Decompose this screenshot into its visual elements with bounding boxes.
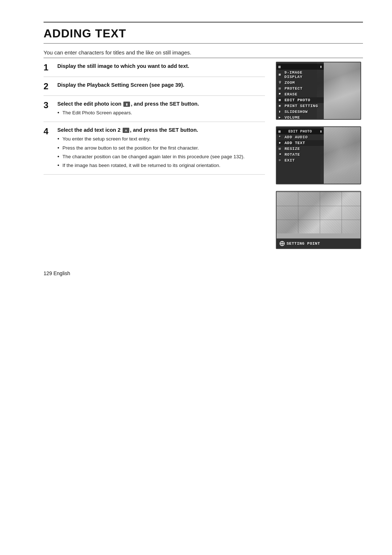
page-number: 129 English xyxy=(44,270,70,276)
add-text-icon: A xyxy=(123,128,129,133)
step-4: 4 Select the add text icon 2 A, and pres… xyxy=(44,122,265,175)
menu-icon-slideshow: ▮ xyxy=(279,110,283,114)
screen-1-mockup: ▩ ▮ ▩ 9-IMAGE DISPLAY ⚲ ZOOM ▤ PROTECT ■ xyxy=(276,62,361,120)
menu-label-protect: PROTECT xyxy=(285,86,303,91)
step-1-number: 1 xyxy=(44,62,54,73)
screen-3-bottombar: ⨁ SETTING POINT xyxy=(277,238,360,248)
setting-point-icon: ⨁ xyxy=(279,240,285,246)
menu-item-addtext: ◆ ADD TEXT xyxy=(277,140,324,146)
menu-item-volume: ▶ VOLUME xyxy=(277,115,324,120)
screen-1-topbar: ▩ ▮ xyxy=(277,64,324,70)
menu-label-editphoto: EDIT PHOTO xyxy=(285,98,310,102)
menu-icon-erase: ■ xyxy=(279,92,283,97)
screen-3-photo xyxy=(277,192,360,233)
menu-item-zoom: ⚲ ZOOM xyxy=(277,80,324,86)
menu-icon-volume: ▶ xyxy=(279,115,283,120)
screen-2-battery-icon: ▮ xyxy=(320,129,322,134)
menu-icon-exit: ⎋ xyxy=(279,158,283,163)
setting-point-label: SETTING POINT xyxy=(287,241,320,246)
menu-label-print: PRINT SETTING xyxy=(285,104,318,108)
step-3-content: Select the edit photo icon ▮, and press … xyxy=(57,100,265,118)
screen-2-photo xyxy=(320,127,360,184)
step-3: 3 Select the edit photo icon ▮, and pres… xyxy=(44,96,265,122)
menu-icon-print: ▣ xyxy=(279,104,283,108)
screen-2-title-label: EDIT PHOTO xyxy=(288,130,312,134)
title-rule xyxy=(44,43,363,44)
menu-label-addtext: ADD TEXT xyxy=(285,141,305,145)
menu-icon-editphoto: ▩ xyxy=(279,98,283,102)
step-1: 1 Display the still image to which you w… xyxy=(44,58,265,77)
menu-item-editphoto: ▩ EDIT PHOTO xyxy=(277,97,324,103)
menu-label-volume: VOLUME xyxy=(285,115,300,120)
footer: 129 English xyxy=(44,267,363,277)
step-4-content: Select the add text icon 2 A, and press … xyxy=(57,126,265,171)
screenshots-column: ▩ ▮ ▩ 9-IMAGE DISPLAY ⚲ ZOOM ▤ PROTECT ■ xyxy=(276,58,363,249)
screen-1-mode-icon: ▩ xyxy=(278,65,281,69)
step-1-title: Display the still image to which you wan… xyxy=(57,62,265,70)
menu-item-erase: ■ ERASE xyxy=(277,91,324,97)
menu-label-zoom: ZOOM xyxy=(285,81,295,85)
step-4-bullet-1: You enter the setup screen for text entr… xyxy=(57,135,265,143)
menu-item-addaudio: + ADD AUDIO xyxy=(277,134,324,140)
menu-item-rotate: ⚭ ROTATE xyxy=(277,152,324,158)
step-3-bullet-1: The Edit Photo Screen appears. xyxy=(57,109,265,117)
page-title: ADDING TEXT xyxy=(44,27,363,40)
step-4-bullet-4: If the image has been rotated, it will b… xyxy=(57,162,265,169)
menu-icon-9image: ▩ xyxy=(279,73,283,77)
menu-item-print: ▣ PRINT SETTING xyxy=(277,103,324,109)
screen-2-menu: ▩ EDIT PHOTO ▮ + ADD AUDIO ◆ ADD TEXT ▤ … xyxy=(277,127,324,184)
menu-label-addaudio: ADD AUDIO xyxy=(285,135,308,139)
menu-label-erase: ERASE xyxy=(285,92,298,97)
step-2-title: Display the Playback Setting Screen (see… xyxy=(57,81,265,89)
menu-label-exit: EXIT xyxy=(285,158,295,163)
screen-1-battery-icon: ▮ xyxy=(320,65,322,69)
screen-3-mockup: ⨁ SETTING POINT xyxy=(276,191,361,249)
intro-text: You can enter characters for titles and … xyxy=(44,49,363,56)
step-2: 2 Display the Playback Setting Screen (s… xyxy=(44,77,265,96)
screen-2-mockup: ▩ EDIT PHOTO ▮ + ADD AUDIO ◆ ADD TEXT ▤ … xyxy=(276,126,361,184)
menu-icon-zoom: ⚲ xyxy=(279,81,283,85)
step-4-bullets: You enter the setup screen for text entr… xyxy=(57,135,265,169)
step-4-title: Select the add text icon 2 A, and press … xyxy=(57,126,265,134)
menu-item-resize: ▤ RESIZE xyxy=(277,146,324,152)
menu-label-resize: RESIZE xyxy=(285,147,300,151)
screen-2-edit-icon: ▩ xyxy=(278,129,281,134)
menu-item-9image: ▩ 9-IMAGE DISPLAY xyxy=(277,70,324,80)
menu-icon-resize: ▤ xyxy=(279,147,283,151)
menu-item-exit: ⎋ EXIT xyxy=(277,158,324,163)
menu-item-protect: ▤ PROTECT xyxy=(277,86,324,91)
menu-item-slideshow: ▮ SLIDESHOW xyxy=(277,109,324,115)
menu-label-slideshow: SLIDESHOW xyxy=(285,110,308,114)
step-3-bullets: The Edit Photo Screen appears. xyxy=(57,109,265,117)
menu-label-9image: 9-IMAGE DISPLAY xyxy=(285,70,322,79)
step-3-number: 3 xyxy=(44,100,54,111)
menu-icon-protect: ▤ xyxy=(279,86,283,91)
screen-1-menu: ▩ ▮ ▩ 9-IMAGE DISPLAY ⚲ ZOOM ▤ PROTECT ■ xyxy=(277,62,324,119)
step-2-content: Display the Playback Setting Screen (see… xyxy=(57,81,265,90)
top-rule xyxy=(44,22,363,23)
menu-icon-addtext: ◆ xyxy=(279,141,283,145)
steps-column: 1 Display the still image to which you w… xyxy=(44,58,276,175)
step-3-title: Select the edit photo icon ▮, and press … xyxy=(57,100,265,107)
step-1-content: Display the still image to which you wan… xyxy=(57,62,265,71)
step-2-number: 2 xyxy=(44,81,54,92)
content-area: 1 Display the still image to which you w… xyxy=(44,58,363,249)
menu-icon-rotate: ⚭ xyxy=(279,152,283,157)
edit-photo-icon: ▮ xyxy=(123,102,130,107)
step-4-number: 4 xyxy=(44,126,54,137)
step-4-bullet-2: Press the arrow button to set the positi… xyxy=(57,144,265,152)
screen-2-topbar: ▩ EDIT PHOTO ▮ xyxy=(277,128,324,134)
step-4-bullet-3: The character position can be changed ag… xyxy=(57,153,265,160)
menu-label-rotate: ROTATE xyxy=(285,152,300,157)
menu-icon-addaudio: + xyxy=(279,135,283,139)
